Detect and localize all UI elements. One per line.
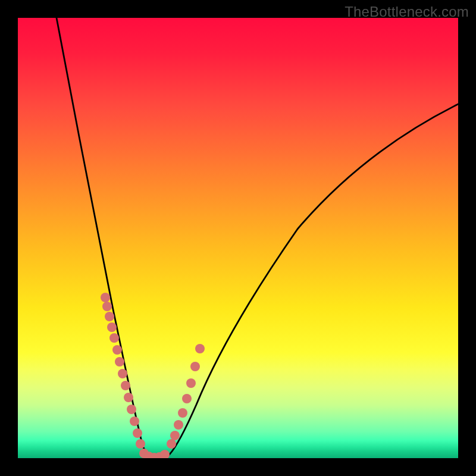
svg-point-18 [160,450,170,458]
chart-frame: TheBottleneck.com [0,0,476,476]
svg-point-24 [186,378,196,388]
svg-point-7 [118,369,127,378]
svg-point-25 [190,362,200,371]
svg-point-22 [178,408,187,418]
svg-point-19 [167,439,176,449]
svg-point-8 [121,381,130,390]
svg-point-9 [124,393,133,402]
watermark-text: TheBottleneck.com [345,4,469,20]
svg-point-11 [130,416,139,426]
svg-point-26 [195,344,205,353]
svg-point-5 [112,345,122,355]
svg-point-23 [182,394,192,403]
svg-point-12 [133,428,142,438]
svg-point-2 [105,312,114,321]
svg-point-4 [109,333,119,343]
bottleneck-curve [57,18,458,458]
svg-point-0 [101,293,110,302]
curve-layer [18,18,458,458]
svg-point-20 [170,431,180,440]
svg-point-13 [136,439,145,449]
dots-bottom-cluster [139,449,170,458]
plot-area [18,18,458,458]
svg-point-3 [107,322,117,332]
svg-point-1 [102,302,112,311]
svg-point-21 [174,420,183,430]
svg-point-6 [115,357,124,367]
svg-point-10 [127,405,136,414]
